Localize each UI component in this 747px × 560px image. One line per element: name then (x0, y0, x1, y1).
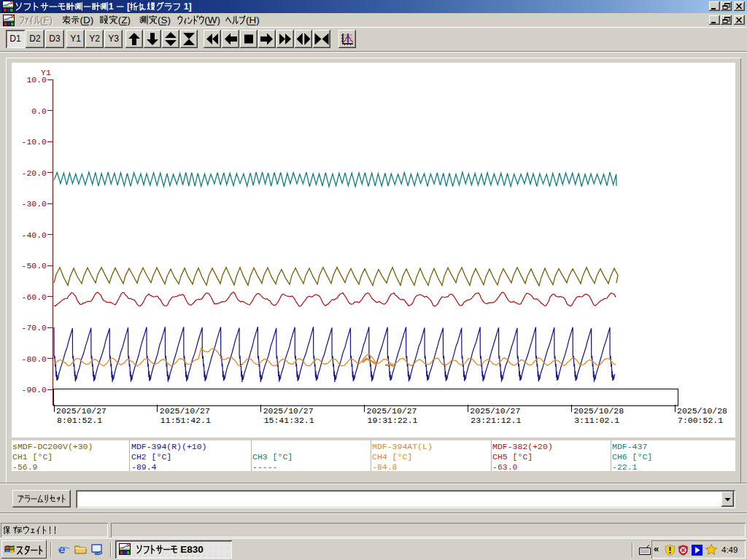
svg-text:-70.0: -70.0 (21, 323, 47, 332)
svg-text:2025/10/27: 2025/10/27 (367, 406, 417, 416)
svg-text:(H): (H) (246, 15, 260, 26)
svg-text:E830: E830 (178, 544, 204, 555)
svg-text:23:21:12.1: 23:21:12.1 (471, 416, 521, 425)
svg-text:1: 1 (109, 1, 116, 12)
svg-text:(S): (S) (158, 15, 171, 26)
svg-text:-40.0: -40.0 (21, 230, 47, 240)
svg-text:(W): (W) (204, 15, 220, 26)
svg-text:15:41:32.1: 15:41:32.1 (264, 416, 314, 425)
svg-text:-50.0: -50.0 (21, 261, 47, 271)
svg-text:-60.0: -60.0 (21, 292, 47, 302)
svg-text:-30.0: -30.0 (21, 199, 47, 209)
svg-text:0.0: 0.0 (31, 106, 47, 116)
svg-text:2025/10/27: 2025/10/27 (263, 406, 314, 416)
svg-text:8:01:52.1: 8:01:52.1 (57, 416, 102, 425)
svg-text:1]: 1] (181, 1, 192, 12)
svg-text:7:00:52.1: 7:00:52.1 (678, 416, 723, 425)
svg-text:2025/10/28: 2025/10/28 (677, 406, 727, 416)
svg-text:3:11:02.1: 3:11:02.1 (574, 416, 619, 425)
svg-text:Y1: Y1 (41, 68, 51, 77)
svg-text:-10.0: -10.0 (21, 137, 47, 147)
svg-text:-20.0: -20.0 (21, 168, 47, 178)
svg-text:(Z): (Z) (118, 15, 131, 26)
svg-text:2025/10/27: 2025/10/27 (56, 406, 107, 416)
svg-text:19:31:22.1: 19:31:22.1 (368, 416, 418, 425)
svg-text:-90.0: -90.0 (21, 385, 47, 394)
svg-text:2025/10/28: 2025/10/28 (573, 406, 624, 416)
svg-text:(F): (F) (40, 15, 53, 26)
svg-text:2025/10/27: 2025/10/27 (160, 406, 210, 416)
svg-text:-80.0: -80.0 (21, 354, 47, 364)
svg-text:11:51:42.1: 11:51:42.1 (160, 416, 211, 425)
svg-text:(D): (D) (80, 15, 93, 26)
svg-text:[: [ (125, 1, 131, 12)
svg-text:2025/10/27: 2025/10/27 (470, 406, 520, 416)
